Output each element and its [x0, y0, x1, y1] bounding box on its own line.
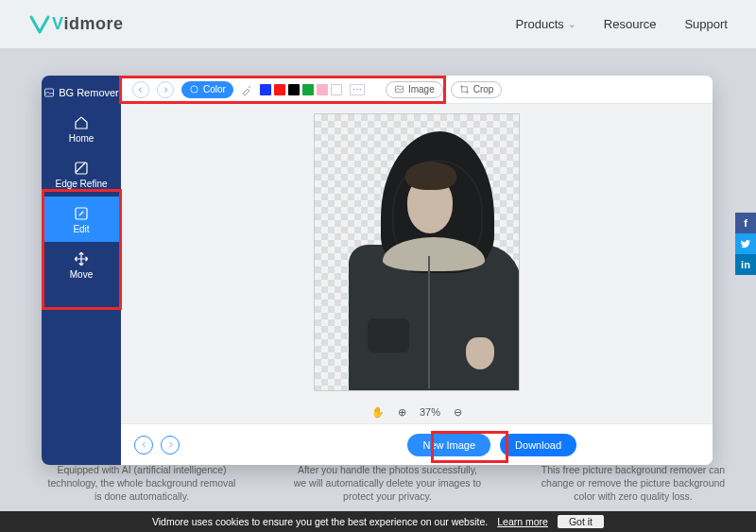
feature-blurbs: Equipped with AI (artificial intelligenc…	[47, 463, 728, 504]
zoom-value: 37%	[420, 406, 440, 418]
nav-support[interactable]: Support	[684, 17, 728, 31]
edge-refine-icon	[73, 160, 90, 177]
blurb-1: Equipped with AI (artificial intelligenc…	[47, 463, 236, 504]
site-header: Vidmore Products⌄ Resource Support	[0, 0, 756, 49]
new-image-button[interactable]: New Image	[407, 434, 490, 456]
brand-logo[interactable]: Vidmore	[28, 13, 124, 36]
home-icon	[73, 114, 90, 131]
download-button[interactable]: Download	[500, 434, 576, 456]
result-image[interactable]	[314, 113, 520, 391]
pager	[134, 436, 180, 455]
cookie-bar: Vidmore uses cookies to ensure you get t…	[0, 511, 756, 532]
move-icon	[73, 250, 90, 267]
cookie-text: Vidmore uses cookies to ensure you get t…	[152, 516, 488, 527]
sidebar-item-home[interactable]: Home	[42, 106, 121, 151]
eyedropper-icon[interactable]	[241, 84, 252, 95]
swatch[interactable]	[260, 84, 271, 95]
cookie-accept-button[interactable]: Got it	[558, 515, 604, 528]
zoom-controls: ✋ ⊕ 37% ⊖	[121, 401, 713, 423]
blurb-3: This free picture background remover can…	[539, 463, 728, 504]
nav-products[interactable]: Products⌄	[516, 17, 576, 31]
edit-icon	[73, 205, 90, 222]
zoom-in-icon[interactable]: ⊕	[398, 406, 406, 419]
color-swatches	[260, 84, 342, 95]
brand-name: idmore	[64, 14, 124, 33]
redo-button[interactable]	[157, 81, 174, 98]
edit-toolbar: Color ⋯ Image Crop	[121, 76, 713, 104]
blurb-2: After you handle the photos successfully…	[293, 463, 482, 504]
next-button[interactable]	[161, 436, 180, 455]
twitter-icon[interactable]	[735, 233, 756, 254]
svg-rect-1	[76, 163, 87, 174]
prev-button[interactable]	[134, 436, 153, 455]
sidebar-item-label: Edit	[73, 224, 89, 234]
social-rail: f in	[735, 213, 756, 275]
sidebar-item-edit[interactable]: Edit	[42, 197, 121, 242]
nav-resource[interactable]: Resource	[604, 17, 657, 31]
cookie-learn-more[interactable]: Learn more	[497, 516, 548, 527]
sidebar-item-move[interactable]: Move	[42, 242, 121, 287]
chevron-down-icon: ⌄	[568, 19, 576, 29]
image-icon	[43, 87, 55, 98]
sidebar-item-label: Edge Refine	[55, 179, 107, 189]
color-pill[interactable]: Color	[181, 81, 233, 98]
image-bg-button[interactable]: Image	[386, 81, 443, 98]
panel-sidebar: BG Remover Home Edge Refine Edit Move	[42, 76, 121, 465]
canvas[interactable]	[121, 104, 713, 401]
swatch[interactable]	[331, 84, 342, 95]
bg-remover-panel: BG Remover Home Edge Refine Edit Move Co…	[42, 76, 713, 465]
panel-main: Color ⋯ Image Crop	[121, 76, 713, 465]
image-icon	[394, 84, 404, 94]
hand-tool-icon[interactable]: ✋	[371, 406, 385, 419]
palette-icon	[189, 84, 199, 94]
swatch[interactable]	[274, 84, 285, 95]
sidebar-item-label: Home	[69, 133, 94, 144]
crop-button[interactable]: Crop	[451, 81, 503, 98]
brand-mark-icon	[28, 13, 51, 36]
swatch[interactable]	[317, 84, 328, 95]
panel-footer: New Image Download	[121, 423, 713, 465]
linkedin-icon[interactable]: in	[735, 254, 756, 275]
sidebar-item-label: Move	[70, 269, 93, 280]
more-colors-button[interactable]: ⋯	[350, 84, 365, 95]
sidebar-item-edge-refine[interactable]: Edge Refine	[42, 151, 121, 197]
top-nav: Products⌄ Resource Support	[516, 17, 729, 31]
crop-icon	[459, 84, 470, 94]
zoom-out-icon[interactable]: ⊖	[454, 406, 462, 419]
panel-title: BG Remover	[43, 79, 119, 106]
swatch[interactable]	[302, 84, 314, 95]
svg-point-3	[191, 86, 198, 93]
swatch[interactable]	[288, 84, 300, 95]
facebook-icon[interactable]: f	[735, 213, 756, 233]
undo-button[interactable]	[132, 81, 149, 98]
